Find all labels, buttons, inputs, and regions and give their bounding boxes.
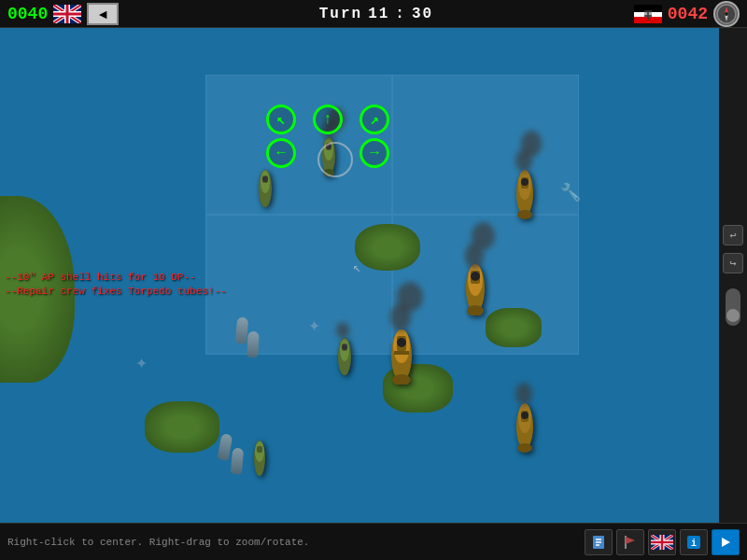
move-arrow-right[interactable]: →	[359, 138, 389, 168]
move-arrow-left[interactable]: ←	[266, 138, 296, 168]
ship-enemy-1[interactable]	[509, 168, 542, 219]
prop-mark-1: ✦	[135, 350, 148, 375]
svg-text:i: i	[691, 539, 697, 549]
ship-allied-2[interactable]	[252, 168, 278, 210]
svg-point-26	[471, 272, 480, 281]
turn-seconds: 30	[412, 6, 433, 22]
svg-rect-45	[257, 446, 262, 453]
svg-point-31	[342, 344, 347, 350]
selected-ship-indicator	[317, 142, 353, 177]
svg-point-8	[725, 12, 728, 16]
bottom-buttons: i	[585, 529, 740, 555]
play-button[interactable]	[712, 529, 740, 555]
sidebar-btn-2[interactable]: ↪	[723, 253, 743, 273]
svg-point-37	[392, 374, 411, 385]
island-center	[355, 224, 420, 271]
top-bar: 0040 ◄ Turn 11 : 30	[0, 0, 747, 28]
german-flag-icon	[634, 5, 662, 23]
game-area[interactable]: ↖ ↑ ↗ ← →	[0, 28, 719, 523]
wrench-icon: 🔧	[560, 182, 581, 203]
smoke-6	[472, 222, 495, 250]
compass-icon	[713, 1, 740, 27]
move-arrow-up[interactable]: ↑	[313, 105, 343, 134]
island-bottom-left	[145, 401, 219, 453]
turn-separator: :	[395, 6, 406, 22]
svg-marker-51	[626, 537, 635, 544]
uk-flag-bottom-button[interactable]	[648, 529, 676, 555]
smoke-4	[521, 131, 542, 157]
ship-enemy-3[interactable]	[383, 327, 420, 385]
game-container: 0040 ◄ Turn 11 : 30	[0, 0, 747, 560]
torpedo-3	[235, 317, 248, 344]
svg-point-22	[517, 210, 532, 219]
info-button[interactable]: i	[680, 529, 708, 555]
smoke-10	[515, 383, 532, 405]
move-arrow-upright[interactable]: ↗	[359, 105, 389, 134]
book-button[interactable]	[585, 529, 613, 555]
hint-text: Right-click to center. Right-drag to zoo…	[7, 537, 309, 548]
score-right: 0042	[634, 1, 740, 27]
grid-cell-2	[392, 75, 579, 215]
svg-point-42	[517, 443, 532, 453]
turn-display: Turn 11 : 30	[319, 6, 433, 22]
smoke-9	[397, 282, 423, 312]
prop-mark-2: ✦	[308, 313, 320, 338]
torpedo-1	[218, 433, 233, 461]
uk-flag-icon	[53, 5, 81, 23]
score-left: 0040 ◄	[7, 3, 119, 25]
sidebar-btn-1[interactable]: ↩	[723, 225, 743, 245]
ship-allied-3[interactable]	[331, 336, 358, 378]
svg-marker-55	[722, 538, 730, 547]
svg-rect-36	[394, 351, 409, 355]
scrollbar[interactable]	[726, 288, 740, 326]
ship-enemy-4[interactable]	[509, 401, 542, 453]
smoke-7	[336, 322, 349, 339]
turn-number: 11	[368, 6, 389, 22]
scroll-thumb	[726, 309, 740, 322]
bottom-bar: Right-click to center. Right-drag to zoo…	[0, 523, 747, 560]
island-right	[486, 308, 542, 347]
back-arrow-button[interactable]: ◄	[87, 3, 119, 25]
svg-point-41	[521, 412, 529, 419]
combat-log-line-2: --Repair crew fixes Torpedo tubes!--	[5, 285, 227, 299]
right-sidebar: ↩ ↪	[719, 28, 747, 523]
turn-label: Turn	[319, 6, 362, 22]
score-right-value: 0042	[668, 5, 708, 23]
combat-log-line-1: --10" AP shell hits for 10 DP--	[5, 271, 227, 285]
ship-allied-4[interactable]	[247, 439, 272, 478]
ship-enemy-2[interactable]	[458, 261, 493, 315]
svg-point-17	[262, 176, 268, 182]
torpedo-4	[247, 331, 259, 358]
svg-point-21	[521, 178, 529, 186]
move-arrow-upleft[interactable]: ↖	[266, 105, 296, 134]
combat-log: --10" AP shell hits for 10 DP-- --Repair…	[5, 271, 227, 300]
torpedo-2	[231, 448, 244, 475]
cursor: ↖	[353, 259, 360, 275]
score-left-value: 0040	[7, 5, 48, 23]
flag-button[interactable]	[616, 529, 644, 555]
svg-point-35	[397, 338, 406, 347]
